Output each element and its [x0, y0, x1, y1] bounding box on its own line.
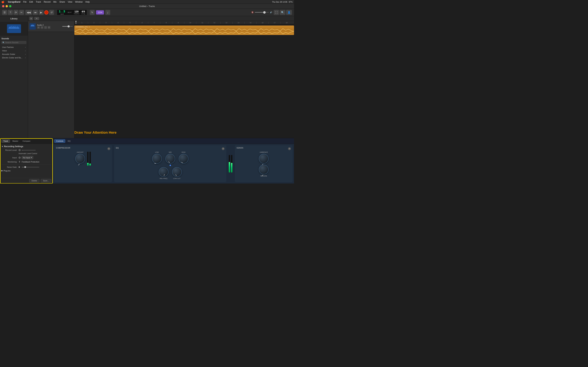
input-select[interactable]: No Input ▾ — [22, 156, 33, 159]
smart-controls-panel: Track Master Compare ▼ Recording Setting… — [0, 138, 53, 184]
ambience-knob[interactable] — [259, 154, 269, 164]
ruler-mark-7: 7 — [148, 22, 160, 24]
noise-gate-knob[interactable] — [24, 166, 26, 168]
plugins-section[interactable]: ▶ Plug-ins — [1, 169, 51, 172]
sends-close-button[interactable]: ✕ — [288, 147, 291, 150]
sounds-item-acoustic-guitar[interactable]: Acoustic Guitar › — [1, 52, 26, 56]
track-headphone-button[interactable]: 🎧 — [44, 26, 47, 29]
tab-compare[interactable]: Compare — [21, 140, 32, 143]
add-track-button[interactable]: + — [29, 17, 33, 20]
mid-freq-indicator-dot — [170, 165, 171, 166]
help-button[interactable]: ? — [8, 10, 13, 15]
apple-menu[interactable]: 🍎 — [1, 0, 4, 3]
auto-level-button[interactable]: Automatic Level Control — [18, 153, 37, 154]
cut-button[interactable]: ✂ — [19, 10, 24, 15]
record-level-toggle[interactable] — [18, 149, 21, 151]
compressor-meter-r — [89, 152, 91, 166]
record-level-slider[interactable] — [22, 150, 36, 150]
ruler-mark-8: 8 — [160, 22, 172, 24]
record-button[interactable] — [44, 10, 49, 15]
knob-group-high: HIGH — [179, 151, 189, 164]
knob-group-mid-freq: MID FREQ — [159, 167, 169, 179]
high-knob-label: HIGH — [182, 151, 185, 153]
recording-settings-header[interactable]: ▼ Recording Settings — [1, 145, 51, 148]
mid-knob[interactable] — [165, 154, 175, 164]
smartcontrols-btn[interactable]: 1234 — [96, 10, 104, 15]
record-level-row: Record Level: — [1, 149, 51, 151]
cycle-button[interactable]: ↺ — [49, 10, 54, 15]
tempo-label: TEMPO — [74, 13, 79, 15]
track-mute-button[interactable]: M — [37, 26, 40, 29]
track-volume-area — [62, 26, 73, 27]
back-button[interactable]: ⏮ — [33, 10, 38, 15]
mid-freq-knob[interactable] — [159, 167, 169, 177]
play-button[interactable]: ▶ — [39, 10, 43, 15]
menu-edit[interactable]: Edit — [29, 1, 33, 3]
pencil-tool[interactable]: ✎ — [90, 10, 95, 15]
noise-gate-slider[interactable] — [22, 167, 39, 167]
maximize-button[interactable] — [9, 5, 11, 7]
low-cut-knob[interactable] — [172, 167, 182, 177]
auto-level-row: Automatic Level Control — [1, 153, 51, 154]
menu-share[interactable]: Share — [59, 1, 65, 3]
master-volume-control[interactable]: 🔇 🔊 — [251, 11, 272, 13]
search-box[interactable]: 🔍 — [1, 41, 26, 44]
tab-master[interactable]: Master — [11, 140, 20, 143]
time-sig-cell[interactable]: 4/4 Cmaj — [81, 10, 85, 15]
menu-mix[interactable]: Mix — [53, 1, 57, 3]
menu-track[interactable]: Track — [36, 1, 41, 3]
volume-slider-track[interactable] — [255, 12, 269, 13]
high-knob[interactable] — [179, 154, 189, 164]
tracks-container: Audio 2 M S 🎧 ⬇ — [28, 21, 294, 138]
audio-clip[interactable]: ZOOM0001_LR.1 ∞ // Will generate wavefor… — [74, 25, 294, 35]
ruler-mark-14: 14 — [232, 22, 244, 24]
search-input[interactable] — [5, 42, 25, 43]
sounds-item-voice[interactable]: Voice › — [1, 49, 26, 52]
menu-view[interactable]: View — [68, 1, 72, 3]
menu-help[interactable]: Help — [85, 1, 90, 3]
menu-record[interactable]: Record — [44, 1, 51, 3]
delete-button[interactable]: Delete — [29, 179, 39, 183]
noise-gate-toggle[interactable] — [18, 166, 20, 168]
recording-settings-label: Recording Settings — [4, 145, 23, 148]
library-header: Library — [0, 16, 28, 22]
app-name[interactable]: GarageBand — [8, 1, 20, 3]
notes-btn[interactable]: ♩ — [105, 10, 110, 15]
tab-controls[interactable]: Controls — [54, 139, 65, 143]
library-button[interactable]: ☰ — [2, 10, 7, 15]
reverb-knob[interactable] — [259, 165, 269, 175]
compressor-close-button[interactable]: ✕ — [107, 147, 110, 150]
share-btn[interactable]: 👤 — [286, 10, 292, 15]
fullscreen-btn[interactable]: ⛶ — [274, 10, 279, 15]
save-button[interactable]: Save... — [41, 179, 51, 183]
close-button[interactable] — [2, 5, 4, 7]
settings-button[interactable]: ⟳ — [13, 10, 18, 15]
track-controls: M S 🎧 ⬇ — [37, 26, 61, 29]
volume-slider-thumb[interactable] — [263, 11, 266, 14]
chevron-right-icon: › — [25, 46, 26, 48]
amount-knob[interactable] — [75, 154, 85, 164]
track-solo-button[interactable]: S — [41, 26, 43, 29]
sounds-item-user-patches[interactable]: User Patches › — [1, 45, 26, 49]
track-record-arm-button[interactable]: ⬇ — [48, 26, 50, 29]
rewind-button[interactable]: ◀◀ — [25, 10, 32, 15]
waveform-preview — [7, 24, 21, 33]
input-toggle[interactable] — [18, 157, 21, 159]
menu-file[interactable]: File — [23, 1, 26, 3]
tab-eq[interactable]: EQ — [66, 140, 72, 143]
minimize-button[interactable] — [6, 5, 8, 7]
low-knob[interactable] — [152, 154, 162, 164]
transport-group: ◀◀ ⏮ ▶ ↺ — [25, 10, 54, 15]
ruler-mark-4: 4 — [112, 22, 124, 24]
sounds-item-electric-guitar[interactable]: Electric Guitar and Ba... › — [1, 56, 26, 59]
track-menu-button[interactable]: ≡ — [34, 17, 39, 20]
menu-window[interactable]: Window — [75, 1, 83, 3]
knob-group-ambience: AMBIENCE — [259, 151, 269, 164]
track-volume-slider[interactable] — [62, 26, 73, 27]
track-volume-knob[interactable] — [68, 25, 70, 27]
eq-close-button[interactable]: ✕ — [222, 147, 225, 150]
clip-waveform-visual — [75, 28, 294, 34]
tab-track[interactable]: Track — [1, 139, 10, 143]
track-row-audio2: Audio 2 M S 🎧 ⬇ — [28, 21, 74, 32]
search-btn[interactable]: 🔍 — [280, 10, 285, 15]
